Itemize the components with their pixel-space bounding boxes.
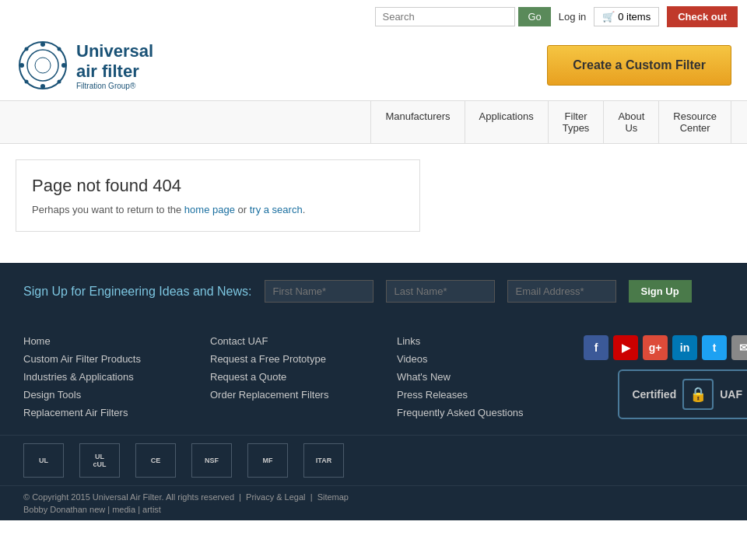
email-input[interactable] — [507, 280, 616, 303]
cert-logo-mf: MF — [247, 443, 288, 478]
search-form: Go — [375, 7, 550, 26]
cart-count: 0 items — [618, 11, 651, 23]
error-description: Perhaps you want to return to the home p… — [32, 204, 404, 215]
svg-point-8 — [58, 80, 61, 84]
footer-link-design-tools[interactable]: Design Tools — [23, 389, 179, 401]
cart-button[interactable]: 🛒 0 items — [594, 7, 659, 26]
svg-point-4 — [40, 84, 45, 89]
footer-link-order[interactable]: Order Replacement Filters — [210, 389, 366, 401]
cert-logo-itar: ITAR — [303, 443, 344, 478]
logo-icon — [16, 38, 70, 93]
logo-line1: Universal — [76, 41, 153, 61]
sitemap-link[interactable]: Sitemap — [317, 492, 349, 502]
footer-link-press[interactable]: Press Releases — [397, 389, 552, 401]
cert-logo-nsf: NSF — [191, 443, 232, 478]
cart-icon: 🛒 — [602, 11, 615, 23]
footer-link-faq[interactable]: Frequently Asked Questions — [397, 407, 552, 418]
footer-link-links[interactable]: Links — [397, 335, 552, 347]
certified-brand: UAF — [720, 388, 742, 401]
footer-link-videos[interactable]: Videos — [397, 353, 552, 365]
svg-point-3 — [40, 42, 45, 47]
footer: Home Custom Air Filter Products Industri… — [0, 320, 747, 435]
twitter-icon[interactable]: t — [702, 335, 727, 360]
go-button[interactable]: Go — [518, 7, 550, 26]
nav-filter-types[interactable]: FilterTypes — [549, 101, 605, 143]
error-text-period: . — [303, 204, 306, 215]
top-bar: Go Log in 🛒 0 items Check out — [0, 0, 747, 33]
svg-point-1 — [27, 50, 58, 81]
footer-link-contact[interactable]: Contact UAF — [210, 335, 366, 347]
email-icon[interactable]: ✉ — [731, 335, 747, 360]
error-text-or: or — [235, 204, 250, 215]
nav-about-us[interactable]: AboutUs — [604, 101, 659, 143]
signup-button[interactable]: Sign Up — [629, 280, 692, 303]
logo-line2: air filter — [76, 61, 153, 82]
certification-logos: UL ULcUL CE NSF MF ITAR — [0, 435, 747, 485]
error-text-prefix: Perhaps you want to return to the — [32, 204, 184, 215]
google-plus-icon[interactable]: g+ — [643, 335, 668, 360]
social-icons-row: f ▶ g+ in t ✉ — [584, 335, 747, 360]
nav-bar: Manufacturers Applications FilterTypes A… — [0, 100, 747, 144]
footer-link-home[interactable]: Home — [23, 335, 179, 347]
try-search-link[interactable]: try a search — [250, 204, 303, 215]
svg-point-2 — [35, 58, 51, 73]
checkout-button[interactable]: Check out — [667, 6, 738, 27]
footer-link-whats-new[interactable]: What's New — [397, 371, 552, 383]
footer-link-prototype[interactable]: Request a Free Prototype — [210, 353, 366, 365]
footer-credits: Bobby Donathan new | media | artist — [23, 505, 724, 514]
footer-link-custom-products[interactable]: Custom Air Filter Products — [23, 353, 179, 365]
footer-social: f ▶ g+ in t ✉ Certified 🔒 UAF — [584, 335, 747, 419]
home-page-link[interactable]: home page — [184, 204, 235, 215]
svg-point-5 — [19, 63, 24, 68]
error-box: Page not found 404 Perhaps you want to r… — [16, 159, 420, 232]
search-input[interactable] — [375, 7, 515, 26]
header: Universal air filter Filtration Group® C… — [0, 33, 747, 100]
footer-col-2: Contact UAF Request a Free Prototype Req… — [210, 335, 366, 419]
main-content: Page not found 404 Perhaps you want to r… — [0, 144, 747, 247]
login-button[interactable]: Log in — [559, 11, 586, 23]
svg-point-10 — [25, 80, 29, 84]
svg-point-9 — [58, 47, 61, 51]
footer-col-1: Home Custom Air Filter Products Industri… — [23, 335, 179, 419]
signup-section: Sign Up for Engineering Ideas and News: … — [0, 263, 747, 320]
bottom-footer: © Copyright 2015 Universal Air Filter. A… — [0, 485, 747, 520]
facebook-icon[interactable]: f — [584, 335, 608, 360]
youtube-icon[interactable]: ▶ — [613, 335, 638, 360]
certified-icon: 🔒 — [682, 379, 714, 410]
cert-logo-ul-cul: ULcUL — [79, 443, 120, 478]
logo-container[interactable]: Universal air filter Filtration Group® — [16, 38, 153, 93]
cert-logo-ul: UL — [23, 443, 64, 478]
first-name-input[interactable] — [265, 280, 374, 303]
nav-applications[interactable]: Applications — [465, 101, 549, 143]
certified-label: Certified — [632, 388, 676, 401]
footer-link-quote[interactable]: Request a Quote — [210, 371, 366, 383]
footer-col-3: Links Videos What's New Press Releases F… — [397, 335, 552, 419]
custom-filter-button[interactable]: Create a Custom Filter — [547, 45, 731, 86]
logo-line3: Filtration Group® — [76, 82, 153, 90]
cert-logo-ce: CE — [135, 443, 176, 478]
nav-resource-center[interactable]: ResourceCenter — [659, 101, 731, 143]
logo-text: Universal air filter Filtration Group® — [76, 41, 153, 90]
linkedin-icon[interactable]: in — [672, 335, 697, 360]
nav-manufacturers[interactable]: Manufacturers — [370, 101, 465, 143]
footer-link-replacement[interactable]: Replacement Air Filters — [23, 407, 179, 418]
svg-point-7 — [25, 47, 29, 51]
svg-point-6 — [61, 63, 66, 68]
error-title: Page not found 404 — [32, 176, 404, 196]
certified-badge: Certified 🔒 UAF — [618, 369, 747, 419]
last-name-input[interactable] — [386, 280, 495, 303]
footer-link-industries[interactable]: Industries & Applications — [23, 371, 179, 383]
privacy-link[interactable]: Privacy & Legal — [246, 492, 305, 502]
signup-label: Sign Up for Engineering Ideas and News: — [23, 285, 252, 299]
copyright-text: © Copyright 2015 Universal Air Filter. A… — [23, 492, 234, 502]
